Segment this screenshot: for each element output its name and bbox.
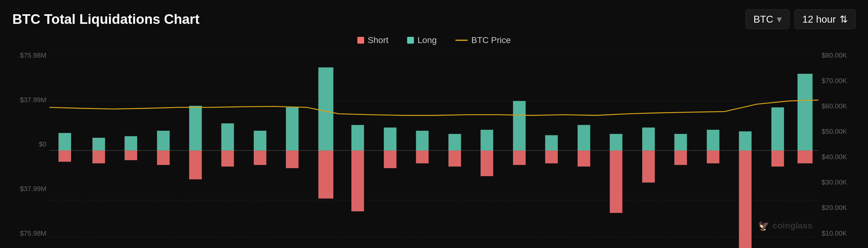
y-axis-right: $80.00K $70.00K $60.00K $50.00K $40.00K … [818,51,856,248]
main-container: BTC Total Liquidations Chart BTC ▾ 12 ho… [0,0,868,248]
svg-rect-40 [610,134,623,151]
legend-long-dot [407,37,414,44]
svg-rect-21 [286,150,299,168]
svg-rect-11 [125,150,137,160]
legend-short: Short [357,35,389,45]
svg-rect-30 [448,134,461,151]
svg-rect-15 [189,150,202,179]
svg-rect-25 [351,150,364,211]
svg-rect-29 [416,150,429,163]
svg-rect-9 [92,150,105,163]
y-left-3: $0 [12,140,46,148]
legend-price-dot [455,39,468,41]
legend-long: Long [407,35,437,45]
y-right-6: $30.00K [822,178,856,186]
y-right-3: $60.00K [822,102,856,110]
svg-rect-36 [545,135,558,151]
svg-rect-45 [675,150,687,165]
y-right-5: $40.00K [822,153,856,161]
svg-rect-49 [739,150,751,248]
time-arrows: ⇅ [840,13,848,25]
svg-rect-23 [318,150,334,198]
svg-rect-6 [58,133,71,150]
svg-rect-37 [545,150,558,163]
legend: Short Long BTC Price [12,35,856,45]
svg-rect-52 [798,74,813,150]
svg-rect-47 [707,150,719,163]
svg-rect-27 [384,150,397,168]
y-right-4: $50.00K [822,128,856,136]
svg-rect-22 [318,67,334,151]
watermark-icon: 🦅 [758,220,769,231]
svg-rect-17 [221,150,234,167]
time-label: 12 hour [802,13,836,25]
y-right-1: $80.00K [822,51,856,59]
chart-area: $75.98M $37.99M $0 $37.99M $75.98M [12,51,856,248]
chart-svg [50,51,818,248]
y-left-2: $37.99M [12,96,46,104]
svg-rect-24 [351,125,364,151]
y-right-2: $70.00K [822,77,856,85]
svg-rect-35 [513,150,526,165]
svg-rect-20 [286,107,299,150]
svg-rect-31 [448,150,461,167]
svg-rect-8 [92,138,105,150]
svg-rect-44 [675,134,687,151]
svg-rect-48 [739,131,751,150]
svg-rect-10 [125,136,137,150]
svg-rect-19 [254,150,267,165]
svg-rect-28 [416,131,429,150]
watermark-text: coinglass [773,221,812,231]
svg-rect-18 [254,131,267,150]
svg-rect-39 [578,150,590,167]
svg-rect-16 [221,123,234,150]
svg-rect-53 [798,150,813,163]
legend-long-label: Long [417,35,437,45]
y-left-4: $37.99M [12,185,46,193]
svg-rect-34 [513,101,526,150]
coin-label: BTC [753,13,773,25]
coin-dropdown[interactable]: BTC ▾ [746,9,789,29]
y-left-1: $75.98M [12,51,46,59]
svg-rect-12 [157,131,170,150]
chart-inner: 19 Apr 21 Apr 22 Apr 24 Apr 25 Apr 27 Ap… [50,51,818,248]
y-right-8: $10.00K [822,229,856,238]
svg-rect-26 [384,128,397,150]
svg-rect-46 [707,130,719,150]
legend-price-label: BTC Price [471,35,511,45]
svg-rect-50 [771,107,784,150]
legend-price: BTC Price [455,35,511,45]
legend-short-dot [357,37,364,44]
svg-rect-33 [481,150,493,176]
svg-rect-41 [610,150,623,213]
controls: BTC ▾ 12 hour ⇅ [746,9,856,29]
y-right-7: $20.00K [822,204,856,212]
y-axis-left: $75.98M $37.99M $0 $37.99M $75.98M [12,51,50,248]
svg-rect-32 [481,130,493,150]
svg-rect-13 [157,150,170,165]
svg-rect-43 [642,150,655,182]
svg-rect-7 [58,150,71,162]
svg-rect-42 [642,128,655,150]
svg-rect-51 [771,150,784,167]
watermark: 🦅 coinglass [758,220,812,231]
header-row: BTC Total Liquidations Chart BTC ▾ 12 ho… [12,9,856,29]
chart-title: BTC Total Liquidations Chart [12,11,199,27]
legend-short-label: Short [368,35,389,45]
svg-rect-14 [189,106,202,151]
svg-rect-38 [578,125,590,151]
time-selector[interactable]: 12 hour ⇅ [795,9,856,29]
y-left-5: $75.98M [12,229,46,238]
coin-dropdown-arrow: ▾ [777,13,782,25]
